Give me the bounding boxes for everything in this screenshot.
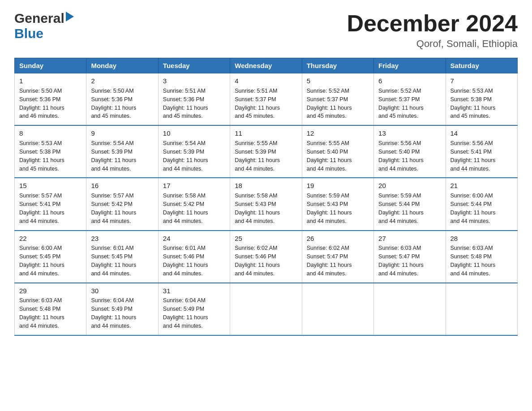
day-info: Sunrise: 6:00 AMSunset: 5:45 PMDaylight:… xyxy=(19,245,64,277)
calendar-cell: 19Sunrise: 5:59 AMSunset: 5:43 PMDayligh… xyxy=(302,178,373,230)
calendar-week-row: 1Sunrise: 5:50 AMSunset: 5:36 PMDaylight… xyxy=(15,73,518,126)
day-info: Sunrise: 5:56 AMSunset: 5:41 PMDaylight:… xyxy=(450,140,496,172)
calendar-cell: 12Sunrise: 5:55 AMSunset: 5:40 PMDayligh… xyxy=(302,125,373,178)
day-number: 17 xyxy=(163,181,225,191)
calendar-cell: 25Sunrise: 6:02 AMSunset: 5:46 PMDayligh… xyxy=(230,231,302,283)
day-number: 27 xyxy=(378,234,441,244)
day-number: 1 xyxy=(19,76,82,86)
day-info: Sunrise: 6:02 AMSunset: 5:46 PMDaylight:… xyxy=(235,245,280,277)
day-info: Sunrise: 5:52 AMSunset: 5:37 PMDaylight:… xyxy=(378,88,424,120)
calendar-cell xyxy=(230,283,302,335)
calendar-cell: 13Sunrise: 5:56 AMSunset: 5:40 PMDayligh… xyxy=(374,125,446,178)
calendar-cell: 1Sunrise: 5:50 AMSunset: 5:36 PMDaylight… xyxy=(15,73,86,126)
day-info: Sunrise: 5:58 AMSunset: 5:42 PMDaylight:… xyxy=(163,193,208,224)
day-info: Sunrise: 5:58 AMSunset: 5:43 PMDaylight:… xyxy=(235,193,280,224)
day-info: Sunrise: 6:04 AMSunset: 5:49 PMDaylight:… xyxy=(91,297,136,329)
calendar-cell xyxy=(302,283,373,335)
day-number: 7 xyxy=(450,76,513,86)
day-number: 21 xyxy=(450,181,513,191)
day-info: Sunrise: 5:53 AMSunset: 5:38 PMDaylight:… xyxy=(450,88,496,120)
day-info: Sunrise: 5:59 AMSunset: 5:43 PMDaylight:… xyxy=(307,193,352,224)
page-subtitle: Qorof, Somali, Ethiopia xyxy=(347,38,518,50)
day-info: Sunrise: 6:02 AMSunset: 5:47 PMDaylight:… xyxy=(307,245,352,277)
calendar-cell xyxy=(374,283,446,335)
day-number: 13 xyxy=(378,128,441,138)
calendar-cell: 30Sunrise: 6:04 AMSunset: 5:49 PMDayligh… xyxy=(86,283,158,335)
day-info: Sunrise: 5:52 AMSunset: 5:37 PMDaylight:… xyxy=(307,88,352,120)
day-number: 30 xyxy=(91,286,153,296)
day-number: 23 xyxy=(91,234,153,244)
day-number: 6 xyxy=(378,76,441,86)
day-info: Sunrise: 5:57 AMSunset: 5:41 PMDaylight:… xyxy=(19,193,64,224)
day-info: Sunrise: 5:57 AMSunset: 5:42 PMDaylight:… xyxy=(91,193,136,224)
calendar-cell: 24Sunrise: 6:01 AMSunset: 5:46 PMDayligh… xyxy=(158,231,230,283)
calendar-cell: 14Sunrise: 5:56 AMSunset: 5:41 PMDayligh… xyxy=(446,125,517,178)
day-info: Sunrise: 6:01 AMSunset: 5:46 PMDaylight:… xyxy=(163,245,208,277)
logo-blue-text: Blue xyxy=(14,26,43,41)
calendar-week-row: 8Sunrise: 5:53 AMSunset: 5:38 PMDaylight… xyxy=(15,125,518,178)
logo-general-text: General xyxy=(14,11,64,26)
day-info: Sunrise: 5:59 AMSunset: 5:44 PMDaylight:… xyxy=(378,193,424,224)
day-number: 25 xyxy=(235,234,297,244)
calendar-cell: 20Sunrise: 5:59 AMSunset: 5:44 PMDayligh… xyxy=(374,178,446,230)
day-number: 28 xyxy=(450,234,513,244)
logo-arrow-icon xyxy=(66,12,74,23)
calendar-cell: 31Sunrise: 6:04 AMSunset: 5:49 PMDayligh… xyxy=(158,283,230,335)
day-number: 5 xyxy=(307,76,369,86)
title-area: December 2024 Qorof, Somali, Ethiopia xyxy=(347,11,518,50)
calendar-cell: 9Sunrise: 5:54 AMSunset: 5:39 PMDaylight… xyxy=(86,125,158,178)
calendar-cell: 26Sunrise: 6:02 AMSunset: 5:47 PMDayligh… xyxy=(302,231,373,283)
calendar-cell: 8Sunrise: 5:53 AMSunset: 5:38 PMDaylight… xyxy=(15,125,86,178)
day-number: 26 xyxy=(307,234,369,244)
day-number: 2 xyxy=(91,76,153,86)
header-tuesday: Tuesday xyxy=(158,58,230,73)
svg-marker-0 xyxy=(66,12,74,21)
header-wednesday: Wednesday xyxy=(230,58,302,73)
day-info: Sunrise: 5:53 AMSunset: 5:38 PMDaylight:… xyxy=(19,140,64,172)
calendar-cell: 28Sunrise: 6:03 AMSunset: 5:48 PMDayligh… xyxy=(446,231,517,283)
calendar-cell: 23Sunrise: 6:01 AMSunset: 5:45 PMDayligh… xyxy=(86,231,158,283)
calendar-cell: 21Sunrise: 6:00 AMSunset: 5:44 PMDayligh… xyxy=(446,178,517,230)
calendar-cell: 16Sunrise: 5:57 AMSunset: 5:42 PMDayligh… xyxy=(86,178,158,230)
day-info: Sunrise: 5:50 AMSunset: 5:36 PMDaylight:… xyxy=(19,88,64,120)
day-number: 12 xyxy=(307,128,369,138)
calendar-cell: 4Sunrise: 5:51 AMSunset: 5:37 PMDaylight… xyxy=(230,73,302,126)
day-number: 22 xyxy=(19,234,82,244)
day-info: Sunrise: 6:03 AMSunset: 5:47 PMDaylight:… xyxy=(378,245,424,277)
calendar-cell: 7Sunrise: 5:53 AMSunset: 5:38 PMDaylight… xyxy=(446,73,517,126)
header-saturday: Saturday xyxy=(446,58,517,73)
page-title: December 2024 xyxy=(347,11,518,36)
calendar-cell: 29Sunrise: 6:03 AMSunset: 5:48 PMDayligh… xyxy=(15,283,86,335)
day-number: 14 xyxy=(450,128,513,138)
calendar-cell: 27Sunrise: 6:03 AMSunset: 5:47 PMDayligh… xyxy=(374,231,446,283)
day-info: Sunrise: 5:51 AMSunset: 5:36 PMDaylight:… xyxy=(163,88,208,120)
day-number: 4 xyxy=(235,76,297,86)
header-monday: Monday xyxy=(86,58,158,73)
calendar-cell: 3Sunrise: 5:51 AMSunset: 5:36 PMDaylight… xyxy=(158,73,230,126)
calendar-cell: 6Sunrise: 5:52 AMSunset: 5:37 PMDaylight… xyxy=(374,73,446,126)
day-number: 16 xyxy=(91,181,153,191)
calendar-cell: 17Sunrise: 5:58 AMSunset: 5:42 PMDayligh… xyxy=(158,178,230,230)
calendar-week-row: 22Sunrise: 6:00 AMSunset: 5:45 PMDayligh… xyxy=(15,231,518,283)
day-number: 31 xyxy=(163,286,225,296)
calendar-cell: 18Sunrise: 5:58 AMSunset: 5:43 PMDayligh… xyxy=(230,178,302,230)
header-thursday: Thursday xyxy=(302,58,373,73)
calendar-week-row: 29Sunrise: 6:03 AMSunset: 5:48 PMDayligh… xyxy=(15,283,518,335)
day-number: 24 xyxy=(163,234,225,244)
calendar-cell: 2Sunrise: 5:50 AMSunset: 5:36 PMDaylight… xyxy=(86,73,158,126)
calendar-header-row: SundayMondayTuesdayWednesdayThursdayFrid… xyxy=(15,58,518,73)
day-info: Sunrise: 5:56 AMSunset: 5:40 PMDaylight:… xyxy=(378,140,424,172)
calendar-week-row: 15Sunrise: 5:57 AMSunset: 5:41 PMDayligh… xyxy=(15,178,518,230)
day-info: Sunrise: 5:50 AMSunset: 5:36 PMDaylight:… xyxy=(91,88,136,120)
day-info: Sunrise: 5:55 AMSunset: 5:39 PMDaylight:… xyxy=(235,140,280,172)
page-header: General Blue December 2024 Qorof, Somali… xyxy=(14,11,518,50)
day-info: Sunrise: 6:04 AMSunset: 5:49 PMDaylight:… xyxy=(163,297,208,329)
day-info: Sunrise: 6:03 AMSunset: 5:48 PMDaylight:… xyxy=(19,297,64,329)
calendar-table: SundayMondayTuesdayWednesdayThursdayFrid… xyxy=(14,58,518,336)
calendar-cell: 11Sunrise: 5:55 AMSunset: 5:39 PMDayligh… xyxy=(230,125,302,178)
day-number: 15 xyxy=(19,181,82,191)
day-number: 29 xyxy=(19,286,82,296)
day-number: 3 xyxy=(163,76,225,86)
calendar-cell: 15Sunrise: 5:57 AMSunset: 5:41 PMDayligh… xyxy=(15,178,86,230)
day-number: 9 xyxy=(91,128,153,138)
